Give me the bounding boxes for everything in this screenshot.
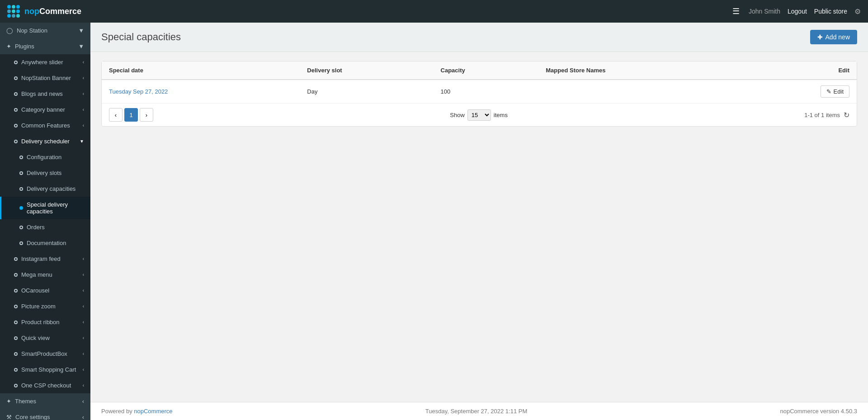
prev-page-button[interactable]: ‹ [109,108,123,122]
cell-special-date: Tuesday Sep 27, 2022 [102,80,300,103]
layout: ◯ Nop Station ▼ ✦ Plugins ▼ Anywhere sli… [0,23,868,420]
chevron-right-icon: ‹ [82,414,84,420]
circle-indicator [19,241,23,245]
circle-indicator [14,140,18,143]
sidebar-sub: Anywhere slider ‹ NopStation Banner ‹ Bl… [0,54,90,393]
plus-icon: ✚ [817,33,823,41]
sidebar-item-plugins[interactable]: ✦ Plugins ▼ [0,38,90,54]
sidebar-item-special-delivery-capacities[interactable]: Special delivery capacities [0,197,90,219]
chevron-right-icon: ‹ [83,288,84,293]
dot-1 [7,5,11,9]
sidebar-item-anywhere-slider[interactable]: Anywhere slider ‹ [0,54,90,70]
next-page-button[interactable]: › [140,108,153,122]
chevron-right-icon: ‹ [83,91,84,96]
chevron-down-icon: ▼ [78,27,84,34]
page-header: Special capacities ✚ Add new [90,23,868,52]
sidebar-item-quick-view[interactable]: Quick view ‹ [0,330,90,346]
settings-icon[interactable]: ⚙ [854,7,861,16]
sidebar-label: Delivery scheduler [21,138,70,145]
sidebar-item-picture-zoom[interactable]: Picture zoom ‹ [0,298,90,314]
chevron-right-icon: ‹ [83,256,84,261]
circle-indicator [14,289,18,293]
sidebar-item-blogs-and-news[interactable]: Blogs and news ‹ [0,86,90,102]
sidebar-label: SmartProductBox [21,350,67,357]
col-delivery-slot: Delivery slot [300,61,433,80]
sidebar-label: Category banner [21,106,65,113]
chevron-right-icon: ‹ [82,398,84,405]
chevron-right-icon: ‹ [83,107,84,112]
show-select[interactable]: 15 25 50 100 [467,109,491,121]
page-title: Special capacities [101,31,181,43]
pencil-icon: ✎ [826,88,831,95]
refresh-button[interactable]: ↻ [844,111,849,119]
page-1-button[interactable]: 1 [124,108,138,122]
sidebar-item-delivery-slots[interactable]: Delivery slots [0,165,90,181]
col-mapped-store-names: Mapped Store Names [538,61,739,80]
sidebar-item-documentation[interactable]: Documentation [0,235,90,251]
items-label: items [494,112,508,118]
sidebar-item-smartproductbox[interactable]: SmartProductBox ‹ [0,346,90,362]
circle-indicator [14,305,18,308]
cell-delivery-slot: Day [300,80,433,103]
hamburger-icon[interactable]: ☰ [732,6,740,16]
sidebar-item-category-banner[interactable]: Category banner ‹ [0,102,90,118]
chevron-right-icon: ‹ [83,335,84,340]
col-edit: Edit [739,61,857,80]
sidebar-item-orders[interactable]: Orders [0,219,90,235]
sidebar-item-delivery-scheduler[interactable]: Delivery scheduler ▼ [0,133,90,149]
sidebar-item-one-csp-checkout[interactable]: One CSP checkout ‹ [0,378,90,393]
sidebar-item-smart-shopping-cart[interactable]: Smart Shopping Cart ‹ [0,362,90,378]
username-label: John Smith [749,8,780,15]
sidebar-item-core-settings[interactable]: ⚒ Core settings ‹ [0,409,90,420]
public-store-link[interactable]: Public store [814,8,847,15]
sidebar-item-themes[interactable]: ✦ Themes ‹ [0,393,90,409]
sidebar-item-delivery-capacities[interactable]: Delivery capacities [0,181,90,197]
plugins-icon: ✦ [6,43,11,50]
circle-indicator [14,124,18,127]
cell-capacity: 100 [434,80,539,103]
edit-button[interactable]: ✎ Edit [821,85,849,98]
table-card: Special date Delivery slot Capacity Mapp… [101,61,857,127]
nopcommerce-link[interactable]: nopCommerce [134,408,172,415]
items-info: 1-1 of 1 items [804,112,840,118]
sidebar-label: Special delivery capacities [27,201,84,215]
sidebar-label: Blogs and news [21,90,63,97]
sidebar-label: Orders [27,224,45,231]
sidebar-item-nopstation-banner[interactable]: NopStation Banner ‹ [0,70,90,86]
show-control: Show 15 25 50 100 items [450,109,508,121]
chevron-right-icon: ‹ [83,123,84,128]
sidebar-item-instagram-feed[interactable]: Instagram feed ‹ [0,251,90,267]
sidebar-label: OCarousel [21,287,49,294]
footer-left: Powered by nopCommerce [101,408,173,415]
themes-icon: ✦ [6,398,11,405]
chevron-right-icon: ‹ [83,367,84,372]
chevron-right-icon: ‹ [83,304,84,309]
dot-7 [7,14,11,18]
logo: nopCommerce [7,5,81,18]
add-new-button[interactable]: ✚ Add new [810,30,857,44]
chevron-right-icon: ‹ [83,383,84,388]
data-table: Special date Delivery slot Capacity Mapp… [102,61,857,103]
footer-right: nopCommerce version 4.50.3 [780,408,857,415]
logout-button[interactable]: Logout [788,8,807,15]
sidebar-label: Mega menu [21,271,52,278]
dot-2 [12,5,15,9]
sidebar-item-common-features[interactable]: Common Features ‹ [0,118,90,133]
sidebar-label: Picture zoom [21,303,56,310]
pagination-controls: ‹ 1 › [109,108,153,122]
chevron-down-icon: ▼ [78,43,84,50]
dot-9 [16,14,20,18]
sidebar-item-product-ribbon[interactable]: Product ribbon ‹ [0,314,90,330]
sidebar-label: Delivery slots [27,170,61,176]
table-body: Tuesday Sep 27, 2022 Day 100 ✎ Edit [102,80,857,103]
sidebar-item-configuration[interactable]: Configuration [0,149,90,165]
sidebar-label: Common Features [21,122,70,129]
sidebar-item-nop-station[interactable]: ◯ Nop Station ▼ [0,23,90,38]
sidebar-item-ocarousel[interactable]: OCarousel ‹ [0,283,90,298]
logo-text: nopCommerce [24,7,81,16]
sidebar-item-mega-menu[interactable]: Mega menu ‹ [0,267,90,283]
chevron-right-icon: ‹ [83,60,84,65]
col-special-date: Special date [102,61,300,80]
circle-indicator [19,171,23,175]
special-date-link[interactable]: Tuesday Sep 27, 2022 [109,88,168,95]
